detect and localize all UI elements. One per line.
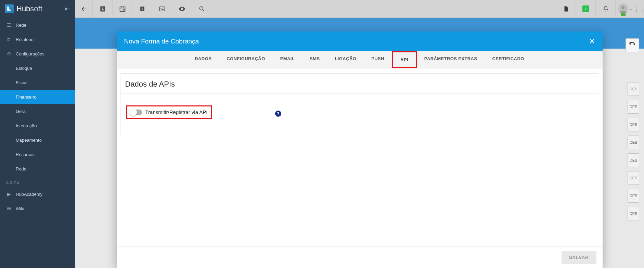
topbar-notifications-button[interactable] — [595, 0, 615, 18]
transmit-register-toggle-row: Transmitir/Registrar via API — [126, 105, 212, 119]
sidebar-item-configuracoes[interactable]: ⚙ Configurações — [0, 47, 75, 61]
check-icon: ✓ — [582, 5, 589, 12]
contact-icon — [99, 5, 106, 12]
main-column: $ ✓ — [75, 0, 644, 268]
svg-text:$: $ — [141, 7, 143, 11]
sidebar-item-label: Rede — [16, 166, 26, 171]
bg-action-button[interactable]: DES — [628, 136, 639, 149]
bg-action-button[interactable]: DES — [628, 207, 639, 220]
svg-point-1 — [102, 7, 103, 9]
tab-dados[interactable]: DADOS — [187, 51, 219, 68]
bg-action-button[interactable]: DES — [628, 153, 639, 167]
eye-icon — [178, 5, 186, 13]
wiki-icon: W — [6, 206, 12, 211]
grip-icon: ⋮⋮ — [633, 5, 644, 13]
refresh-button[interactable] — [626, 38, 639, 52]
logo-text: Hubsoft — [16, 4, 42, 13]
sidebar-item-rede[interactable]: ☰ Rede — [0, 18, 75, 32]
sidebar-item-financeiro[interactable]: Financeiro — [0, 90, 75, 104]
panel-body: Transmitir/Registrar via API ? — [120, 94, 599, 134]
topbar-left: $ — [75, 0, 212, 18]
save-button[interactable]: SALVAR — [562, 251, 596, 264]
topbar-apps-button[interactable]: ⋮⋮ — [635, 0, 644, 18]
transmit-register-toggle-label: Transmitir/Registrar via API — [145, 109, 208, 115]
sidebar-item-mapeamento[interactable]: Mapeamento — [0, 133, 75, 147]
sidebar-item-fiscal[interactable]: Fiscal — [0, 75, 75, 90]
dollar-icon: $ — [139, 5, 146, 12]
topbar-terminal-button[interactable] — [152, 0, 172, 18]
back-button[interactable] — [75, 0, 93, 18]
sidebar-collapse-icon[interactable]: ⇤ — [65, 5, 70, 13]
svg-point-7 — [199, 7, 203, 10]
tab-configuracao[interactable]: CONFIGURAÇÃO — [219, 51, 272, 68]
modal-footer: SALVAR — [117, 246, 603, 268]
tab-email[interactable]: EMAIL — [273, 51, 302, 68]
svg-point-3 — [123, 9, 125, 11]
logo-text-soft: soft — [30, 4, 42, 13]
terminal-icon — [159, 5, 166, 12]
refresh-icon — [629, 42, 636, 49]
sidebar-item-relatorio[interactable]: 🗎 Relatório — [0, 32, 75, 47]
modal-new-billing-form: Nova Forma de Cobrança ✕ DADOS CONFIGURA… — [117, 31, 603, 268]
svg-rect-0 — [100, 6, 105, 11]
sidebar-item-label: HubAcademy — [16, 192, 42, 197]
sidebar-item-label: Geral — [16, 109, 27, 114]
svg-point-8 — [621, 6, 624, 9]
bg-action-button[interactable]: DES — [628, 189, 639, 203]
logo-text-hub: Hub — [16, 4, 30, 13]
sidebar-item-label: Integração — [16, 123, 37, 128]
page-background: DES DES DES DES DES DES DES DES Nova For… — [75, 18, 644, 268]
pdf-icon — [563, 5, 569, 12]
topbar: $ ✓ — [75, 0, 644, 18]
arrow-left-icon — [80, 5, 87, 12]
panel-title: Dados de APIs — [120, 74, 599, 94]
topbar-billing-button[interactable]: $ — [132, 0, 152, 18]
topbar-pdf-button[interactable] — [556, 0, 576, 18]
sidebar-item-recursos[interactable]: Recursos — [0, 147, 75, 162]
sidebar-item-label: Estoque — [16, 66, 32, 71]
sidebar-item-label: Relatório — [16, 37, 34, 42]
topbar-visibility-button[interactable] — [172, 0, 192, 18]
svg-rect-6 — [159, 7, 165, 11]
bg-action-buttons: DES DES DES DES DES DES DES DES — [628, 82, 639, 220]
tab-sms[interactable]: SMS — [302, 51, 327, 68]
topbar-user-menu[interactable]: ⌄ — [615, 0, 635, 18]
tab-certificado[interactable]: CERTIFICADO — [485, 51, 531, 68]
topbar-search-button[interactable] — [192, 0, 212, 18]
tab-api[interactable]: API — [392, 51, 417, 68]
search-icon — [198, 5, 205, 12]
network-icon: ☰ — [6, 22, 12, 28]
bg-action-button[interactable]: DES — [628, 82, 639, 96]
transmit-register-toggle[interactable] — [130, 110, 142, 115]
bg-action-button[interactable]: DES — [628, 171, 639, 185]
sidebar-item-estoque[interactable]: Estoque — [0, 61, 75, 75]
bg-action-button[interactable]: DES — [628, 100, 639, 114]
sidebar-item-rede-2[interactable]: Rede — [0, 162, 75, 176]
sidebar-item-wiki[interactable]: W Wiki — [0, 201, 75, 216]
sidebar-item-label: Recursos — [16, 152, 35, 157]
sidebar-item-hubacademy[interactable]: ▶ HubAcademy — [0, 187, 75, 201]
tab-push[interactable]: PUSH — [364, 51, 392, 68]
topbar-contacts-button[interactable] — [93, 0, 113, 18]
modal-backdrop: Nova Forma de Cobrança ✕ DADOS CONFIGURA… — [75, 18, 644, 268]
tab-parametros-extras[interactable]: PARÂMETROS EXTRAS — [417, 51, 485, 68]
bell-icon — [602, 5, 609, 12]
help-icon[interactable]: ? — [275, 111, 281, 117]
gear-icon: ⚙ — [6, 51, 12, 56]
sidebar-item-integracao[interactable]: Integração — [0, 118, 75, 133]
sidebar-item-geral[interactable]: Geral — [0, 104, 75, 118]
modal-close-button[interactable]: ✕ — [589, 37, 595, 46]
sidebar: Hubsoft ⇤ ☰ Rede 🗎 Relatório ⚙ Configura… — [0, 0, 75, 268]
report-icon: 🗎 — [6, 37, 12, 42]
topbar-calendar-button[interactable] — [113, 0, 132, 18]
svg-rect-2 — [120, 7, 125, 11]
sidebar-header: Hubsoft ⇤ — [0, 0, 75, 18]
sidebar-item-label: Configurações — [16, 51, 44, 56]
tab-ligacao[interactable]: LIGAÇÃO — [327, 51, 364, 68]
topbar-status-button[interactable]: ✓ — [576, 0, 595, 18]
sidebar-item-label: Wiki — [16, 206, 24, 211]
app-root: Hubsoft ⇤ ☰ Rede 🗎 Relatório ⚙ Configura… — [0, 0, 644, 268]
bg-action-button[interactable]: DES — [628, 118, 639, 131]
logo-icon — [5, 4, 14, 13]
sidebar-item-label: Mapeamento — [16, 138, 42, 143]
